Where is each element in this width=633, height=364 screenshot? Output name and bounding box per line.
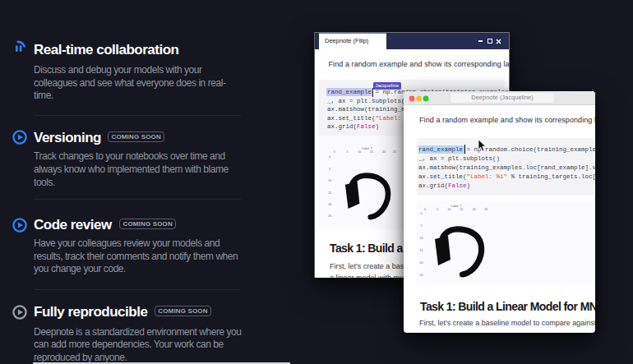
svg-text:20: 20 <box>420 261 423 265</box>
svg-text:25: 25 <box>328 214 331 218</box>
svg-text:0: 0 <box>329 155 330 159</box>
svg-text:15: 15 <box>370 150 373 154</box>
svg-text:0: 0 <box>334 150 335 154</box>
svg-text:25: 25 <box>484 208 487 211</box>
svg-text:15: 15 <box>328 191 331 195</box>
svg-text:0: 0 <box>424 208 426 211</box>
svg-text:5: 5 <box>421 224 423 228</box>
svg-text:25: 25 <box>393 150 396 154</box>
svg-text:15: 15 <box>460 208 463 211</box>
svg-text:10: 10 <box>448 208 451 211</box>
svg-text:15: 15 <box>420 249 423 252</box>
svg-text:20: 20 <box>382 150 386 154</box>
svg-text:20: 20 <box>328 203 331 206</box>
svg-text:5: 5 <box>329 168 330 171</box>
svg-text:0: 0 <box>421 212 423 215</box>
svg-text:10: 10 <box>358 150 361 154</box>
svg-text:10: 10 <box>328 179 331 182</box>
svg-text:10: 10 <box>420 237 423 240</box>
svg-text:25: 25 <box>420 274 423 277</box>
svg-text:5: 5 <box>437 208 438 211</box>
svg-text:20: 20 <box>473 208 476 211</box>
svg-text:5: 5 <box>347 150 349 154</box>
